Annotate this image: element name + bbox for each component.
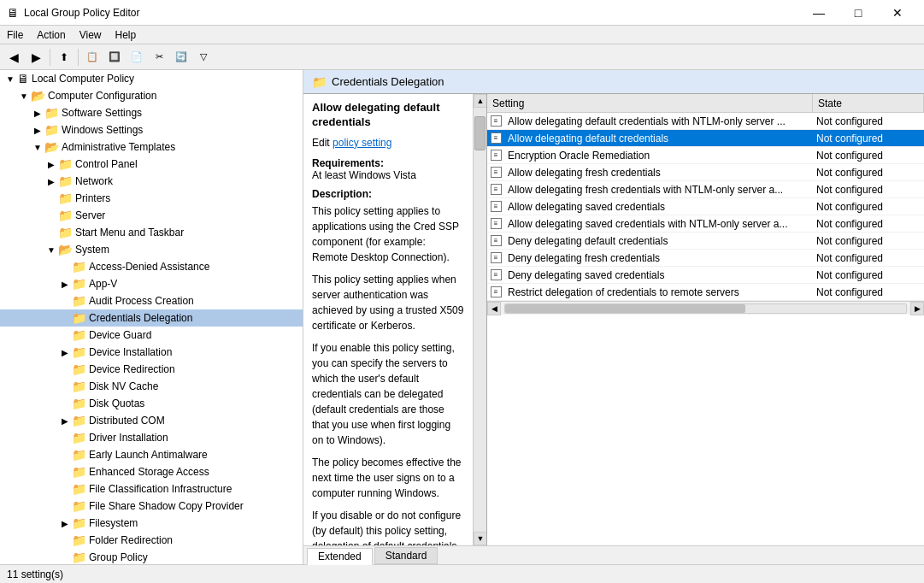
close-button[interactable]: ✕ bbox=[878, 0, 917, 26]
tree-item-device-install[interactable]: ▶ 📁 Device Installation bbox=[0, 344, 303, 361]
tree-label-audit: Audit Process Creation bbox=[89, 295, 194, 307]
folder-icon-windows: 📁 bbox=[44, 123, 59, 137]
tree-item-system[interactable]: ▼ 📂 System bbox=[0, 241, 303, 258]
policy-setting-link[interactable]: policy setting bbox=[333, 137, 391, 149]
policy-row[interactable]: ≡Allow delegating fresh credentials with… bbox=[487, 181, 924, 198]
tree-item-printers[interactable]: ▶ 📁 Printers bbox=[0, 190, 303, 207]
tree-item-dist-com[interactable]: ▶ 📁 Distributed COM bbox=[0, 412, 303, 429]
tree-item-control-panel[interactable]: ▶ 📁 Control Panel bbox=[0, 156, 303, 173]
tree-toggle-computer-config[interactable]: ▼ bbox=[17, 89, 31, 103]
hscrollbar-thumb[interactable] bbox=[505, 304, 745, 313]
tree-item-appv[interactable]: ▶ 📁 App-V bbox=[0, 275, 303, 292]
policy-row-name: Allow delegating default credentials bbox=[504, 132, 813, 144]
show-hide-button[interactable]: 📋 bbox=[82, 47, 103, 68]
policy-row-name: Deny delegating fresh credentials bbox=[504, 252, 813, 264]
policy-row[interactable]: ≡Allow delegating saved credentialsNot c… bbox=[487, 198, 924, 215]
detail-scrollbar[interactable]: ▲ ▼ bbox=[473, 94, 486, 545]
tree-item-driver-install[interactable]: ▶ 📁 Driver Installation bbox=[0, 429, 303, 446]
tree-toggle-distcom[interactable]: ▶ bbox=[58, 414, 72, 427]
tree-toggle-network[interactable]: ▶ bbox=[44, 174, 58, 188]
filter-button[interactable]: ▽ bbox=[193, 47, 214, 68]
tab-standard[interactable]: Standard bbox=[374, 547, 438, 564]
tree-item-audit[interactable]: ▶ 📁 Audit Process Creation bbox=[0, 292, 303, 309]
tree-item-computer-config[interactable]: ▼ 📂 Computer Configuration bbox=[0, 87, 303, 104]
desc-para-1: This policy setting applies when server … bbox=[312, 272, 464, 333]
tree-item-access-denied[interactable]: ▶ 📁 Access-Denied Assistance bbox=[0, 258, 303, 275]
tree-toggle-system[interactable]: ▼ bbox=[44, 243, 58, 256]
tree-item-folder-redir[interactable]: ▶ 📁 Folder Redirection bbox=[0, 532, 303, 549]
tree-item-disk-quotas[interactable]: ▶ 📁 Disk Quotas bbox=[0, 395, 303, 412]
hscroll-left[interactable]: ◀ bbox=[487, 302, 501, 315]
tree-label-disknv: Disk NV Cache bbox=[89, 380, 158, 392]
tree-item-file-share[interactable]: ▶ 📁 File Share Shadow Copy Provider bbox=[0, 498, 303, 515]
tree-item-windows-settings[interactable]: ▶ 📁 Windows Settings bbox=[0, 121, 303, 138]
policy-row[interactable]: ≡Allow delegating fresh credentialsNot c… bbox=[487, 164, 924, 181]
maximize-button[interactable]: □ bbox=[839, 0, 878, 26]
tree-item-server[interactable]: ▶ 📁 Server bbox=[0, 207, 303, 224]
folder-icon-dredir: 📁 bbox=[72, 362, 86, 376]
tree-item-startmenu[interactable]: ▶ 📁 Start Menu and Taskbar bbox=[0, 224, 303, 241]
detail-panel: Allow delegating default credentials Edi… bbox=[303, 94, 487, 545]
tree-item-filesystem[interactable]: ▶ 📁 Filesystem bbox=[0, 515, 303, 532]
policy-row[interactable]: ≡Deny delegating saved credentialsNot co… bbox=[487, 267, 924, 284]
tree-item-early-launch[interactable]: ▶ 📁 Early Launch Antimalware bbox=[0, 446, 303, 463]
tree-item-group-policy[interactable]: ▶ 📁 Group Policy bbox=[0, 549, 303, 564]
tree-item-admin-templates[interactable]: ▼ 📂 Administrative Templates bbox=[0, 138, 303, 156]
scroll-down-arrow[interactable]: ▼ bbox=[474, 532, 487, 545]
tree-item-enhanced-storage[interactable]: ▶ 📁 Enhanced Storage Access bbox=[0, 463, 303, 480]
tree-item-device-redir[interactable]: ▶ 📁 Device Redirection bbox=[0, 361, 303, 378]
scroll-thumb[interactable] bbox=[474, 116, 486, 150]
minimize-button[interactable]: — bbox=[799, 0, 839, 26]
menu-action[interactable]: Action bbox=[30, 26, 72, 44]
refresh-button[interactable]: 🔄 bbox=[171, 47, 191, 68]
hscroll-right[interactable]: ▶ bbox=[910, 302, 924, 315]
policy-row-state: Not configured bbox=[813, 235, 924, 247]
policy-row[interactable]: ≡Restrict delegation of credentials to r… bbox=[487, 284, 924, 301]
policy-row[interactable]: ≡Deny delegating default credentialsNot … bbox=[487, 233, 924, 250]
policy-row[interactable]: ≡Allow delegating default credentialsNot… bbox=[487, 130, 924, 147]
policy-row[interactable]: ≡Allow delegating default credentials wi… bbox=[487, 113, 924, 130]
tree-item-network[interactable]: ▶ 📁 Network bbox=[0, 173, 303, 190]
folder-icon-dguard: 📁 bbox=[72, 328, 86, 342]
tree-item-device-guard[interactable]: ▶ 📁 Device Guard bbox=[0, 327, 303, 344]
tree-toggle-appv[interactable]: ▶ bbox=[58, 277, 72, 291]
tree-toggle-software[interactable]: ▶ bbox=[31, 106, 44, 120]
tree-item-disk-nv[interactable]: ▶ 📁 Disk NV Cache bbox=[0, 378, 303, 395]
content-split: Allow delegating default credentials Edi… bbox=[303, 94, 924, 545]
policy-row-state: Not configured bbox=[813, 218, 924, 230]
tree-item-file-class[interactable]: ▶ 📁 File Classification Infrastructure bbox=[0, 480, 303, 498]
tree-toggle-control[interactable]: ▶ bbox=[44, 157, 58, 171]
menu-file[interactable]: File bbox=[0, 26, 30, 44]
menu-view[interactable]: View bbox=[73, 26, 109, 44]
forward-button[interactable]: ▶ bbox=[26, 47, 46, 68]
policy-row-icon: ≡ bbox=[487, 218, 504, 229]
hscrollbar-track[interactable] bbox=[504, 303, 907, 314]
tab-extended[interactable]: Extended bbox=[307, 548, 373, 565]
delete-button[interactable]: ✂ bbox=[149, 47, 169, 68]
tree-toggle-root[interactable]: ▼ bbox=[3, 72, 17, 85]
policy-row-icon: ≡ bbox=[487, 235, 504, 246]
tree-toggle-windows[interactable]: ▶ bbox=[31, 123, 44, 137]
scroll-up-arrow[interactable]: ▲ bbox=[474, 94, 487, 108]
tree-item-software-settings[interactable]: ▶ 📁 Software Settings bbox=[0, 104, 303, 121]
policy-row[interactable]: ≡Encryption Oracle RemediationNot config… bbox=[487, 147, 924, 164]
hscrollbar[interactable]: ◀ ▶ bbox=[487, 301, 924, 315]
col-header-setting[interactable]: Setting bbox=[487, 94, 813, 112]
tree-item-credentials[interactable]: ▶ 📁 Credentials Delegation bbox=[0, 309, 303, 327]
tree-toggle-admin[interactable]: ▼ bbox=[31, 140, 44, 154]
tree-label-filesystem: Filesystem bbox=[89, 517, 138, 529]
computer-icon: 🖥 bbox=[17, 72, 29, 85]
col-header-state[interactable]: State bbox=[813, 94, 924, 112]
policy-row-name: Allow delegating saved credentials with … bbox=[504, 218, 813, 230]
up-button[interactable]: ⬆ bbox=[54, 47, 74, 68]
tree-item-root[interactable]: ▼ 🖥 Local Computer Policy bbox=[0, 70, 303, 87]
policy-row[interactable]: ≡Allow delegating saved credentials with… bbox=[487, 215, 924, 233]
tree-label-admin: Administrative Templates bbox=[62, 141, 175, 153]
policy-row[interactable]: ≡Deny delegating fresh credentialsNot co… bbox=[487, 250, 924, 267]
properties-button[interactable]: 🔲 bbox=[104, 47, 125, 68]
back-button[interactable]: ◀ bbox=[3, 47, 24, 68]
tree-toggle-dinstall[interactable]: ▶ bbox=[58, 345, 72, 359]
tree-toggle-filesystem[interactable]: ▶ bbox=[58, 516, 72, 530]
new-button[interactable]: 📄 bbox=[127, 47, 147, 68]
menu-help[interactable]: Help bbox=[109, 26, 144, 44]
